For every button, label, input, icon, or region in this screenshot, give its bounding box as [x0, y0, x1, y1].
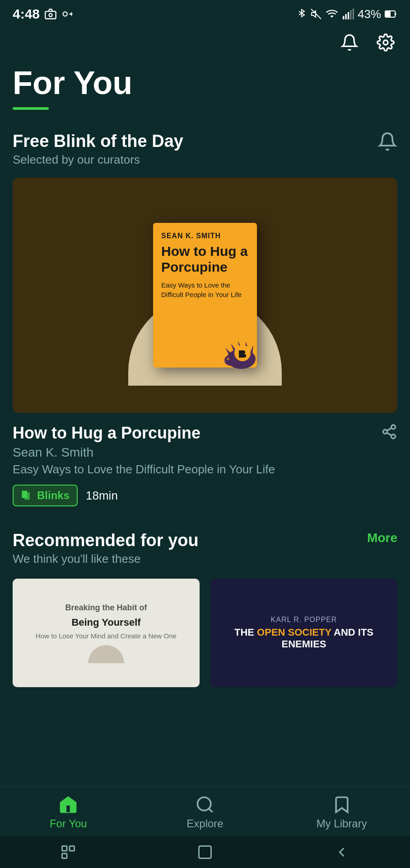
free-blink-subtitle: Selected by our curators [13, 153, 183, 167]
rec-book-2[interactable]: KARL R. POPPER THE OPEN SOCIETY AND ITS … [210, 579, 397, 687]
svg-point-11 [383, 40, 388, 45]
svg-point-25 [197, 797, 210, 811]
svg-rect-30 [199, 846, 211, 859]
battery-icon [385, 9, 397, 19]
book-main-subtitle: Easy Ways to Love the Difficult People i… [13, 462, 275, 476]
key-icon [61, 8, 74, 20]
book-meta: Blinks 18min [13, 485, 397, 506]
book-main-author: Sean K. Smith [13, 445, 275, 460]
svg-rect-7 [350, 10, 351, 19]
status-left: 4:48 [13, 6, 74, 22]
svg-point-16 [224, 360, 226, 362]
mute-icon [311, 8, 321, 20]
svg-rect-27 [62, 846, 67, 851]
svg-point-1 [49, 14, 52, 17]
home-icon [58, 795, 78, 815]
wifi-icon [325, 8, 339, 20]
recommended-subtitle: We think you'll like these [13, 552, 199, 566]
bell-icon [340, 33, 359, 52]
svg-line-22 [387, 428, 391, 431]
recommended-books-row: Breaking the Habit of Being Yourself How… [13, 579, 397, 687]
blinks-label: Blinks [37, 489, 70, 502]
recommended-header: Recommended for you We think you'll like… [13, 531, 397, 566]
svg-rect-6 [348, 12, 349, 19]
blinks-badge: Blinks [13, 485, 78, 506]
share-icon [381, 424, 397, 440]
free-blink-bell-button[interactable] [377, 132, 397, 153]
book-cover-subtitle: Easy Ways to Love the Difficult People i… [161, 280, 249, 299]
rec-book-2-author: KARL R. POPPER [218, 616, 390, 624]
top-icons [0, 26, 410, 54]
nav-my-library-label: My Library [317, 817, 367, 830]
rec-book-2-title: THE OPEN SOCIETY AND ITS ENEMIES [218, 627, 390, 651]
bluetooth-icon [296, 8, 307, 20]
svg-point-2 [63, 12, 67, 16]
svg-point-19 [383, 430, 387, 434]
nav-explore[interactable]: Explore [178, 795, 232, 830]
status-bar: 4:48 43% [0, 0, 410, 26]
book-main-title: How to Hug a Porcupine [13, 424, 275, 443]
nav-for-you[interactable]: For You [41, 795, 95, 830]
blinks-icon [21, 489, 33, 502]
android-home-icon [197, 844, 213, 860]
gear-icon [377, 33, 395, 52]
status-right: 43% [296, 7, 397, 21]
nav-for-you-label: For You [50, 817, 87, 830]
free-blink-title: Free Blink of the Day [13, 132, 183, 151]
svg-point-15 [228, 359, 228, 359]
book-info: How to Hug a Porcupine Sean K. Smith Eas… [13, 413, 397, 506]
recent-apps-icon [60, 844, 76, 860]
camera-icon [44, 8, 57, 20]
bottom-nav: For You Explore My Library [0, 786, 410, 836]
rec-book-1[interactable]: Breaking the Habit of Being Yourself How… [13, 579, 200, 687]
book-cover-author: SEAN K. SMITH [161, 232, 249, 240]
rec-book-2-content: KARL R. POPPER THE OPEN SOCIETY AND ITS … [218, 616, 390, 651]
status-time: 4:48 [13, 6, 40, 22]
featured-book-card[interactable]: SEAN K. SMITH How to Hug a Porcupine Eas… [13, 178, 397, 413]
settings-button[interactable] [374, 31, 397, 54]
svg-rect-29 [62, 854, 67, 859]
blinkist-logo [234, 345, 251, 361]
svg-rect-5 [345, 14, 346, 19]
back-icon [334, 844, 350, 860]
svg-point-20 [391, 434, 396, 439]
android-recent-button[interactable] [60, 844, 76, 860]
library-icon [332, 795, 352, 815]
svg-rect-4 [343, 16, 344, 19]
svg-rect-10 [386, 11, 390, 17]
nav-explore-label: Explore [186, 817, 223, 830]
notification-button[interactable] [338, 31, 361, 54]
nav-my-library[interactable]: My Library [315, 795, 369, 830]
bell-small-icon [377, 132, 397, 151]
book-cover-title: How to Hug a Porcupine [161, 244, 249, 275]
search-icon [195, 795, 215, 815]
battery-percent: 43% [358, 7, 381, 21]
signal-icon [342, 8, 354, 20]
svg-rect-28 [70, 846, 75, 851]
recommended-section: Recommended for you We think you'll like… [0, 506, 410, 687]
more-button[interactable]: More [367, 531, 397, 545]
book-cover-container: SEAN K. SMITH How to Hug a Porcupine Eas… [153, 223, 257, 368]
free-blink-section: Free Blink of the Day Selected by our cu… [0, 110, 410, 506]
svg-rect-24 [24, 492, 30, 500]
book-duration: 18min [86, 489, 118, 503]
svg-line-26 [209, 809, 213, 812]
recommended-title: Recommended for you [13, 531, 199, 550]
page-title-section: For You [0, 54, 410, 110]
svg-rect-8 [353, 9, 354, 19]
rec-book-1-title: Breaking the Habit of Being Yourself How… [36, 603, 177, 663]
svg-line-21 [387, 433, 391, 435]
android-nav-bar [0, 836, 410, 868]
android-back-button[interactable] [334, 844, 350, 860]
svg-rect-0 [45, 11, 56, 19]
svg-point-18 [391, 425, 396, 429]
page-title: For You [13, 65, 397, 101]
share-button[interactable] [381, 424, 397, 442]
free-blink-header: Free Blink of the Day Selected by our cu… [13, 132, 397, 167]
android-home-button[interactable] [197, 844, 213, 860]
